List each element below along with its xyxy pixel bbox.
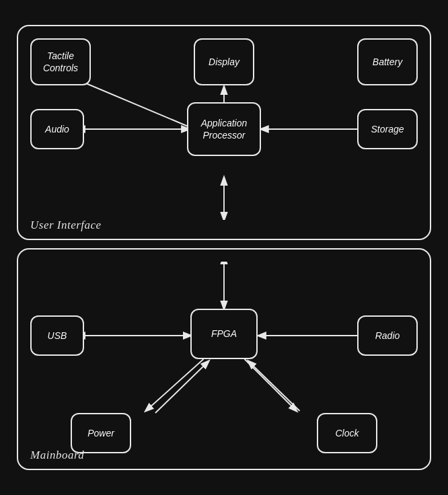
main-container: Tactile Controls Display Battery Applica… — [9, 17, 439, 478]
storage-node: Storage — [357, 109, 418, 149]
tactile-controls-node: Tactile Controls — [30, 38, 91, 85]
usb-node: USB — [30, 315, 84, 356]
power-fpga-arrow — [155, 361, 209, 413]
mb-section-label: Mainboard — [30, 449, 84, 462]
app-processor-node: Application Processor — [187, 102, 261, 156]
fpga-power-arrow — [146, 359, 204, 411]
display-node: Display — [194, 38, 254, 85]
audio-node: Audio — [30, 109, 84, 149]
fpga-node: FPGA — [190, 309, 258, 359]
mb-grid: USB FPGA Radio Power Clock — [30, 262, 418, 453]
ui-grid: Tactile Controls Display Battery Applica… — [30, 38, 418, 220]
power-node: Power — [71, 413, 131, 453]
mainboard-section: USB FPGA Radio Power Clock Mainboard — [17, 248, 431, 470]
ui-section: Tactile Controls Display Battery Applica… — [17, 25, 431, 240]
fpga-clock-arrow — [245, 359, 297, 411]
battery-node: Battery — [357, 38, 418, 85]
clock-node: Clock — [317, 413, 377, 453]
ui-section-label: User Interface — [30, 219, 102, 232]
tactile-to-appproc-arrow — [83, 82, 194, 129]
clock-fpga-arrow — [248, 361, 299, 411]
radio-node: Radio — [357, 315, 418, 356]
